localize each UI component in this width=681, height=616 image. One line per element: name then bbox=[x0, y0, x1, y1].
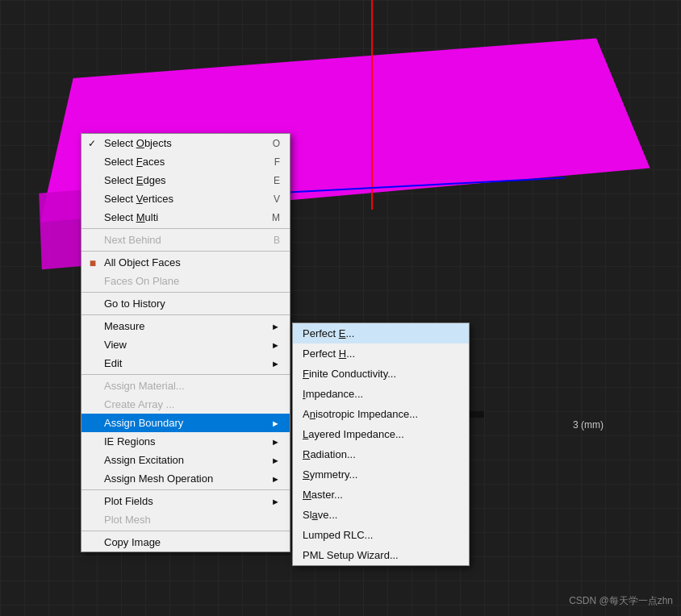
label-anisotropic-impedance: Anisotropic Impedance... bbox=[303, 408, 418, 420]
separator-5 bbox=[81, 374, 290, 375]
label-perfect-e: Perfect E... bbox=[303, 327, 354, 339]
arrow-plot-fields: ► bbox=[271, 497, 280, 506]
submenu-item-master[interactable]: Master... bbox=[293, 485, 469, 505]
menu-item-ie-regions[interactable]: IE Regions ► bbox=[81, 432, 290, 451]
menu-item-next-behind: Next Behind B bbox=[81, 231, 290, 249]
cube-icon: ■ bbox=[86, 256, 99, 269]
separator-2 bbox=[81, 251, 290, 252]
label-go-to-history: Go to History bbox=[104, 298, 165, 310]
label-plot-fields: Plot Fields bbox=[104, 495, 153, 507]
context-menu: ✓ Select Objects O Select Faces F Select… bbox=[81, 133, 290, 552]
submenu-item-slave[interactable]: Slave... bbox=[293, 505, 469, 525]
menu-item-select-vertices[interactable]: Select Vertices V bbox=[81, 189, 290, 208]
label-assign-boundary: Assign Boundary bbox=[104, 417, 183, 429]
menu-item-edit[interactable]: Edit ► bbox=[81, 354, 290, 373]
arrow-assign-boundary: ► bbox=[271, 418, 280, 428]
watermark: CSDN @每天学一点zhn bbox=[569, 594, 673, 608]
arrow-ie-regions: ► bbox=[271, 437, 280, 447]
submenu-item-radiation[interactable]: Radiation... bbox=[293, 444, 469, 464]
label-finite-conductivity: Finite Conductivity... bbox=[303, 368, 396, 380]
ruler-label: 3 (mm) bbox=[573, 419, 604, 431]
menu-item-select-edges[interactable]: Select Edges E bbox=[81, 171, 290, 189]
submenu-item-layered-impedance[interactable]: Layered Impedance... bbox=[293, 424, 469, 444]
submenu-item-perfect-h[interactable]: Perfect H... bbox=[293, 343, 469, 364]
label-ie-regions: IE Regions bbox=[104, 435, 156, 447]
submenu-item-lumped-rlc[interactable]: Lumped RLC... bbox=[293, 525, 469, 545]
submenu-item-symmetry[interactable]: Symmetry... bbox=[293, 464, 469, 485]
label-perfect-h: Perfect H... bbox=[303, 348, 355, 360]
label-symmetry: Symmetry... bbox=[303, 468, 357, 481]
menu-item-select-faces[interactable]: Select Faces F bbox=[81, 152, 290, 171]
label-impedance: Impedance... bbox=[303, 388, 363, 400]
label-view: View bbox=[104, 339, 127, 351]
arrow-view: ► bbox=[271, 340, 280, 350]
label-slave: Slave... bbox=[303, 509, 337, 521]
menu-item-assign-boundary[interactable]: Assign Boundary ► bbox=[81, 414, 290, 432]
label-all-object-faces: All Object Faces bbox=[104, 256, 181, 268]
label-edit: Edit bbox=[104, 357, 122, 369]
label-layered-impedance: Layered Impedance... bbox=[303, 428, 404, 440]
menu-item-select-multi[interactable]: Select Multi M bbox=[81, 208, 290, 227]
menu-item-go-to-history[interactable]: Go to History bbox=[81, 294, 290, 313]
separator-3 bbox=[81, 292, 290, 293]
menu-item-assign-mesh-operation[interactable]: Assign Mesh Operation ► bbox=[81, 469, 290, 488]
submenu-item-finite-conductivity[interactable]: Finite Conductivity... bbox=[293, 364, 469, 384]
separator-1 bbox=[81, 228, 290, 229]
label-radiation: Radiation... bbox=[303, 448, 356, 460]
menu-item-create-array: Create Array ... bbox=[81, 395, 290, 414]
separator-4 bbox=[81, 314, 290, 315]
label-measure: Measure bbox=[104, 320, 145, 332]
menu-item-plot-fields[interactable]: Plot Fields ► bbox=[81, 492, 290, 510]
menu-item-measure[interactable]: Measure ► bbox=[81, 317, 290, 335]
red-line bbox=[371, 0, 373, 210]
label-assign-material: Assign Material... bbox=[104, 380, 185, 392]
arrow-edit: ► bbox=[271, 359, 280, 368]
separator-6 bbox=[81, 489, 290, 490]
boundary-submenu: Perfect E... Perfect H... Finite Conduct… bbox=[292, 323, 470, 566]
menu-item-all-object-faces[interactable]: ■ All Object Faces bbox=[81, 253, 290, 272]
label-create-array: Create Array ... bbox=[104, 398, 174, 410]
label-select-vertices: Select Vertices bbox=[104, 193, 173, 205]
arrow-measure: ► bbox=[271, 322, 280, 331]
label-select-faces: Select Faces bbox=[104, 156, 165, 168]
label-faces-on-plane: Faces On Plane bbox=[104, 275, 179, 287]
submenu-item-pml-setup-wizard[interactable]: PML Setup Wizard... bbox=[293, 545, 469, 565]
separator-7 bbox=[81, 531, 290, 531]
menu-item-view[interactable]: View ► bbox=[81, 335, 290, 354]
label-select-multi: Select Multi bbox=[104, 211, 158, 223]
menu-item-plot-mesh: Plot Mesh bbox=[81, 510, 290, 529]
menu-item-faces-on-plane: Faces On Plane bbox=[81, 272, 290, 290]
label-assign-excitation: Assign Excitation bbox=[104, 454, 184, 466]
menu-item-copy-image[interactable]: Copy Image bbox=[81, 533, 290, 551]
label-next-behind: Next Behind bbox=[104, 234, 161, 246]
submenu-item-impedance[interactable]: Impedance... bbox=[293, 384, 469, 404]
menu-item-select-objects[interactable]: ✓ Select Objects O bbox=[81, 134, 290, 152]
label-pml-setup-wizard: PML Setup Wizard... bbox=[303, 549, 399, 561]
label-master: Master... bbox=[303, 489, 343, 501]
submenu-item-anisotropic-impedance[interactable]: Anisotropic Impedance... bbox=[293, 404, 469, 424]
label-copy-image: Copy Image bbox=[104, 536, 161, 548]
check-select-objects: ✓ bbox=[88, 138, 96, 149]
label-select-objects: Select Objects bbox=[104, 137, 172, 149]
arrow-assign-mesh-operation: ► bbox=[271, 474, 280, 484]
label-lumped-rlc: Lumped RLC... bbox=[303, 529, 373, 541]
menu-item-assign-excitation[interactable]: Assign Excitation ► bbox=[81, 451, 290, 469]
label-select-edges: Select Edges bbox=[104, 174, 166, 186]
submenu-item-perfect-e[interactable]: Perfect E... bbox=[293, 323, 469, 343]
label-plot-mesh: Plot Mesh bbox=[104, 514, 151, 526]
label-assign-mesh-operation: Assign Mesh Operation bbox=[104, 472, 213, 485]
arrow-assign-excitation: ► bbox=[271, 456, 280, 465]
menu-item-assign-material: Assign Material... bbox=[81, 377, 290, 395]
